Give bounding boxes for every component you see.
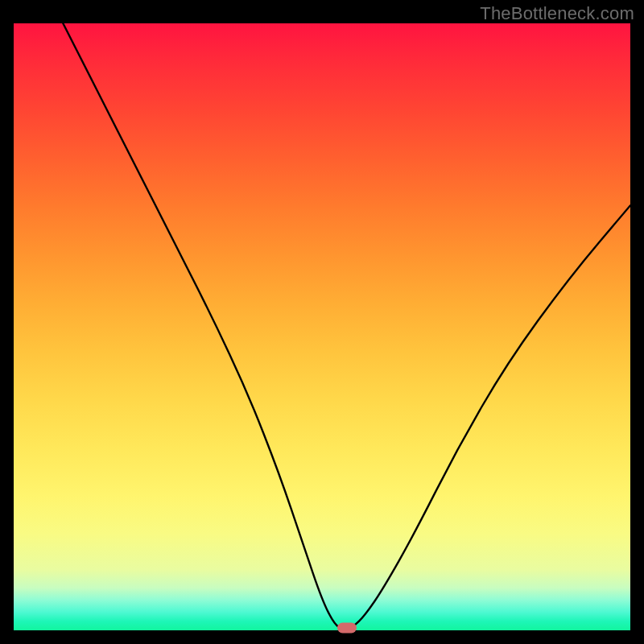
chart-frame: TheBottleneck.com xyxy=(0,0,644,644)
plot-area xyxy=(14,23,630,630)
minimum-marker xyxy=(337,623,357,634)
watermark-text: TheBottleneck.com xyxy=(480,3,634,24)
bottleneck-curve xyxy=(14,23,630,630)
